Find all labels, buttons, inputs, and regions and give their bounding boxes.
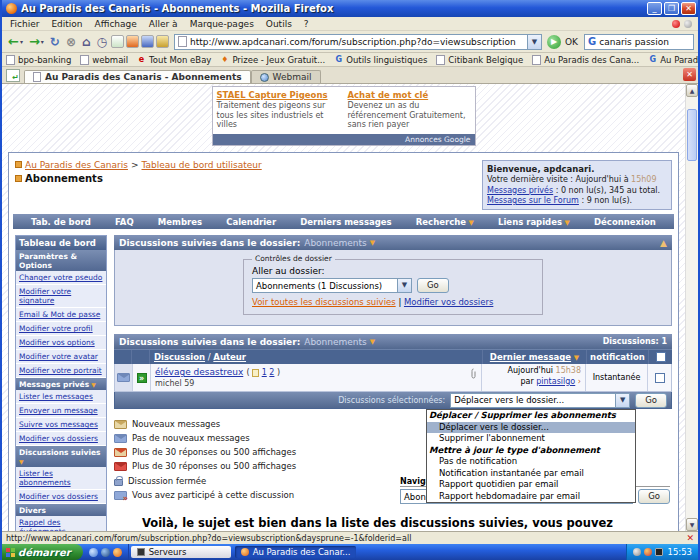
folder-dropdown-icon[interactable]: ▼ [370,338,375,346]
stop-button[interactable]: ⊗ [64,33,78,51]
vertical-scrollbar[interactable]: ▲ ▼ [685,84,698,531]
ad-title-link[interactable]: STAEL Capture Pigeons [217,90,340,100]
minimize-button[interactable]: _ [647,2,662,15]
tray-icon[interactable] [655,548,663,556]
ad-item[interactable]: Achat de mot clé Devenez un as du référe… [348,90,471,130]
menu-item[interactable]: Marque-pages [184,19,260,29]
bookmark-panel-icon[interactable] [141,35,154,48]
sidebar-item[interactable]: Paramètres & Options [16,250,106,271]
sort-discussion-link[interactable]: Discussion [154,352,205,362]
update-notifier-icon[interactable] [672,20,680,28]
bookmark-item[interactable]: Citibank Belgique [436,55,523,65]
menu-item[interactable]: Edition [45,19,88,29]
back-button[interactable]: ←▾ [6,33,25,51]
reload-button[interactable]: ↻ [48,33,62,51]
task-button-firefox[interactable]: Au Paradis des Canar... [235,546,357,558]
folder-go-button[interactable]: Go [417,278,449,293]
start-button[interactable]: démarrer [2,544,83,560]
url-text[interactable]: http://www.apdcanari.com/forum/subscript… [190,37,527,47]
forum-messages-link[interactable]: Messages sur le Forum [487,196,579,205]
web-search-input[interactable]: G canaris passion [584,34,694,50]
dropdown-option[interactable]: Déplacer / Supprimer les abonnements [427,410,635,421]
bookmark-item[interactable]: bpo-banking [6,55,71,65]
dropdown-option[interactable]: Notification instantanée par email [427,468,635,479]
edit-folders-link[interactable]: Modifier vos dossiers [404,297,493,307]
task-button-serveurs[interactable]: Serveurs [131,546,231,558]
bookmark-item[interactable]: Outils linguistiques [334,55,427,65]
goto-first-new-icon[interactable]: » [137,373,147,383]
dropdown-option[interactable]: Rapport hebdomadaire par email [427,491,635,502]
page-2-link[interactable]: 2 [269,368,274,377]
private-messages-link[interactable]: Messages privés [487,186,553,195]
ad-item[interactable]: STAEL Capture Pigeons Traitement des pig… [217,90,340,130]
action-select[interactable]: Déplacer vers le dossier... ▼ [450,393,630,408]
breadcrumb-usercp-link[interactable]: Tableau de bord utilisateur [142,160,262,170]
menu-item[interactable]: Aller à [143,19,184,29]
scrollbar-track[interactable] [686,97,698,518]
sidebar-item[interactable]: Messages privés [16,378,106,390]
action-go-button[interactable]: Go [635,393,667,408]
quicknav-go-button[interactable]: Go [638,489,670,504]
dropdown-option[interactable]: Mettre à jour le type d'abonnement [427,445,635,456]
view-all-subscriptions-link[interactable]: Voir toutes les discussions suivies [252,297,396,307]
sidebar-item[interactable]: Modifier votre profil [16,322,106,336]
dropdown-option[interactable]: Supprimer l'abonnement [427,433,635,444]
sidebar-item[interactable]: Modifier vos dossiers [16,490,106,504]
sidebar-item[interactable]: Modifier votre signature [16,285,106,308]
quick-launch-icon[interactable] [89,548,98,557]
navbar-item[interactable]: FAQ [115,217,134,227]
ad-title-link[interactable]: Achat de mot clé [348,90,471,100]
close-tab-button[interactable]: ✕ [683,68,696,81]
navbar-item[interactable]: Derniers messages [300,217,391,227]
restore-button[interactable]: ❐ [664,2,679,15]
sidebar-item[interactable]: Discussions suivies [16,446,106,467]
go-button[interactable]: ▶ [547,35,561,49]
sidebar-item[interactable]: Changer votre pseudo [16,271,106,285]
firefox-icon[interactable] [113,548,122,557]
ads-by-google-label[interactable]: Annonces Google [213,134,475,145]
thunderbird-icon[interactable] [101,548,110,557]
sidebar-item[interactable]: Rappel des événements [16,516,106,531]
sidebar-item[interactable]: Suivre vos messages [16,418,106,432]
scroll-up-icon[interactable]: ▲ [686,84,698,97]
navbar-item[interactable]: Recherche [416,217,474,227]
close-button[interactable]: ✕ [681,2,696,15]
select-all-checkbox[interactable] [656,352,666,362]
page-1-link[interactable]: 1 [262,368,267,377]
tab-webmail[interactable]: Webmail [251,70,321,83]
sidebar-item[interactable]: Lister les messages [16,390,106,404]
tray-icon[interactable] [633,548,641,556]
extension-icon[interactable] [156,35,169,48]
sidebar-item[interactable]: Envoyer un message [16,404,106,418]
sidebar-item[interactable]: Modifier vos dossiers [16,432,106,446]
menu-item[interactable]: Affichage [89,19,143,29]
select-arrow-icon[interactable]: ▼ [615,394,629,407]
select-arrow-icon[interactable]: ▼ [397,279,411,292]
tray-icon[interactable] [644,548,652,556]
menu-item[interactable]: Outils [260,19,298,29]
url-dropdown-button[interactable]: ▼ [527,35,541,49]
history-button[interactable]: ◷ [95,33,109,51]
folder-select[interactable]: Abonnements (1 Discussions) ▼ [252,278,412,293]
sidebar-item[interactable]: Lister les abonnements [16,467,106,490]
search-value[interactable]: canaris passion [599,37,669,47]
sidebar-item[interactable]: Modifier votre portrait [16,364,106,378]
sort-author-link[interactable]: Auteur [213,352,246,362]
breadcrumb-home-link[interactable]: Au Paradis des Canaris [25,160,128,170]
navbar-item[interactable]: Déconnexion [594,217,656,227]
collapse-panel-icon[interactable]: ▲ [660,238,667,248]
folder-dropdown-icon[interactable]: ▼ [370,239,375,247]
thread-checkbox[interactable] [655,373,665,383]
navbar-item[interactable]: Liens rapides [498,217,570,227]
sidebar-item[interactable]: Divers [16,504,106,516]
sidebar-item[interactable]: Modifier vos options [16,336,106,350]
bookmark-item[interactable]: Prizee - Jeux Gratuit... [220,55,325,65]
menu-item[interactable]: ? [298,19,315,29]
last-poster-link[interactable]: pintasilgo [536,377,575,386]
bookmark-item[interactable]: Au Paradis des Cana... [532,55,639,65]
dropdown-option[interactable]: Rapport quotidien par email [427,479,635,490]
feed-icon[interactable] [126,35,139,48]
tab-forum[interactable]: Au Paradis des Canaris - Abonnements [24,70,251,83]
sort-lastpost-link[interactable]: Dernier message [490,352,571,362]
forward-button[interactable]: →▾ [27,33,46,51]
